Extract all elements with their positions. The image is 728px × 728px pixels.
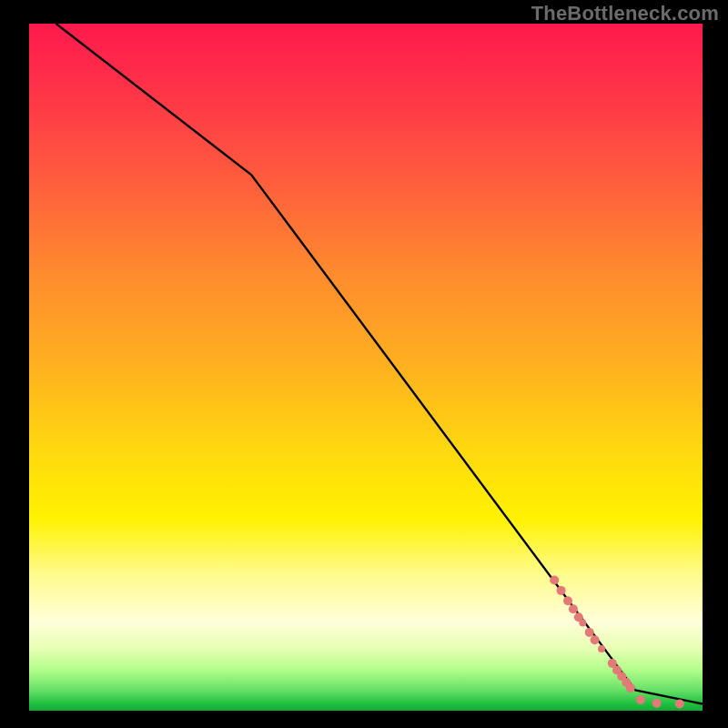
data-markers (550, 576, 684, 709)
chart-stage: TheBottleneck.com (0, 0, 728, 728)
data-marker (591, 635, 600, 644)
watermark-text: TheBottleneck.com (531, 2, 719, 25)
data-marker (652, 699, 662, 708)
plot-area (29, 24, 703, 711)
data-marker (579, 619, 586, 626)
data-marker (550, 576, 559, 585)
data-marker (675, 700, 684, 709)
bottleneck-curve (56, 24, 703, 704)
chart-overlay (29, 24, 703, 711)
data-marker (585, 628, 594, 637)
data-marker (598, 645, 605, 652)
data-marker (557, 586, 566, 595)
data-marker (563, 596, 572, 605)
data-marker (626, 683, 635, 693)
data-marker (569, 604, 578, 613)
data-marker (636, 695, 645, 704)
